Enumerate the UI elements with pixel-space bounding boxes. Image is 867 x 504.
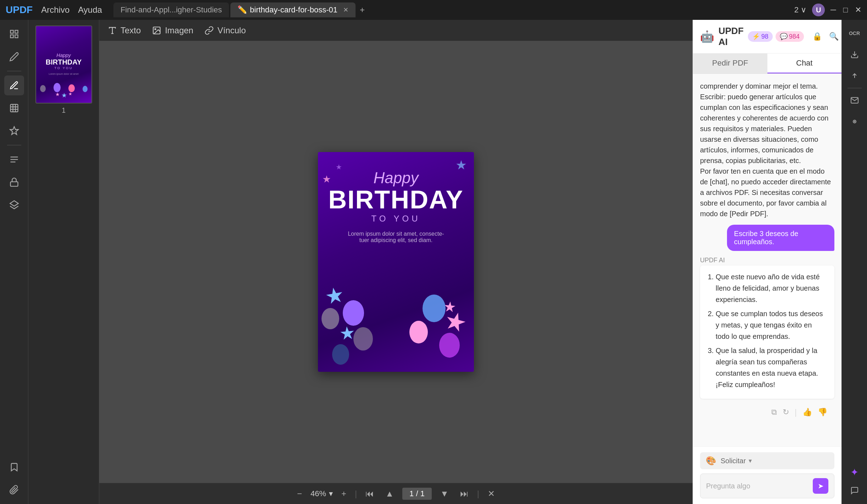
thumbs-up-button[interactable]: 👍: [802, 408, 812, 417]
svg-rect-4: [10, 105, 18, 112]
sidebar-icon-layers[interactable]: [4, 195, 24, 215]
pdf-page: ★ ★ ★ Happy BIRTHDAY TO YOU Lorem ipsum …: [318, 152, 474, 372]
current-page: 1: [409, 489, 414, 498]
chat-actions: ⧉ ↻ | 👍 👎: [700, 404, 834, 420]
ai-response: Que este nuevo año de vida esté lleno de…: [700, 265, 834, 399]
sidebar-icon-bookmark[interactable]: [4, 457, 24, 477]
close-button[interactable]: ✕: [855, 5, 861, 15]
link-tool-label: Vínculo: [217, 26, 246, 35]
pdf-to-you-text: TO YOU: [371, 214, 420, 224]
tab-close-icon[interactable]: ✕: [343, 6, 348, 14]
text-tool-label: Texto: [121, 26, 141, 35]
image-tool-label: Imagen: [165, 26, 193, 35]
minimize-button[interactable]: ─: [830, 5, 836, 15]
sidebar-icon-stamp[interactable]: [4, 121, 24, 141]
thumbnail-image[interactable]: Happy BIRTHDAY TO YOU Lorem ipsum dolor …: [35, 26, 92, 103]
svg-point-18: [155, 28, 156, 29]
tab-birthday-label: birthday-card-for-boss-01: [250, 5, 337, 15]
pdf-viewer[interactable]: ★ ★ ★ Happy BIRTHDAY TO YOU Lorem ipsum …: [99, 41, 693, 483]
input-selector-bar[interactable]: 🎨 Solicitar ▾: [700, 452, 834, 469]
chat-input-field[interactable]: Pregunta algo ➤: [700, 474, 834, 498]
title-bar: UPDF Archivo Ayuda Find-and-Appl...igher…: [0, 0, 867, 20]
fr-comment-icon[interactable]: [845, 481, 864, 500]
ai-search-icon[interactable]: 🔍: [829, 32, 839, 41]
ai-tabs: Pedir PDF Chat: [693, 54, 841, 74]
ai-title: UPDF AI: [718, 26, 744, 47]
ai-response-item-3: Que la salud, la prosperidad y la alegrí…: [716, 345, 827, 390]
last-page-button[interactable]: ⏭: [457, 487, 471, 500]
fr-export-icon[interactable]: [845, 67, 864, 85]
tab-birthday[interactable]: ✏️ birthday-card-for-boss-01 ✕: [230, 2, 356, 17]
ai-badge-purple: ⚡ 98: [748, 31, 773, 42]
sidebar-icon-table[interactable]: [4, 98, 24, 118]
fr-ocr-icon[interactable]: OCR: [845, 24, 864, 43]
zoom-dropdown-icon[interactable]: ▾: [329, 489, 333, 498]
pdf-lorem-text: Lorem ipsum dolor sit amet, consecte-tue…: [346, 231, 446, 243]
tab-chat[interactable]: Chat: [767, 54, 842, 73]
pdf-happy-text: Happy: [373, 169, 418, 187]
send-icon: ➤: [818, 482, 824, 490]
tab-pedir-pdf[interactable]: Pedir PDF: [693, 54, 767, 73]
sidebar-icon-form[interactable]: [4, 150, 24, 169]
total-pages: 1: [420, 489, 425, 498]
text-tool[interactable]: Texto: [108, 26, 141, 35]
svg-rect-0: [10, 30, 13, 33]
tab-birthday-icon: ✏️: [237, 5, 247, 15]
far-right-sidebar: OCR ✦: [841, 20, 867, 504]
close-bar-button[interactable]: ✕: [485, 487, 498, 500]
app-logo: UPDF: [6, 4, 33, 16]
tab-bar: Find-and-Appl...igher-Studies ✏️ birthda…: [113, 2, 365, 17]
sidebar-icon-attachment[interactable]: [4, 480, 24, 500]
zoom-out-button[interactable]: −: [294, 487, 305, 500]
ai-response-item-1: Que este nuevo año de vida esté lleno de…: [716, 271, 827, 305]
sidebar-icon-edit[interactable]: [4, 47, 24, 67]
sidebar-divider-2: [7, 145, 21, 145]
right-panel: 🤖 UPDF AI ⚡ 98 💬 984 🔒 🔍 Pedir PDF Chat: [693, 20, 841, 504]
first-page-button[interactable]: ⏮: [363, 487, 377, 500]
zoom-value: 46%: [311, 489, 326, 498]
tab-find[interactable]: Find-and-Appl...igher-Studies: [113, 2, 229, 17]
content-area: Texto Imagen Vínculo ★ ★ ★ Happy BIRTHDA…: [99, 20, 693, 504]
fr-camera-icon[interactable]: [845, 112, 864, 131]
zoom-in-button[interactable]: +: [339, 487, 349, 500]
selector-label: Solicitar: [721, 457, 746, 465]
menu-bar: Archivo Ayuda: [41, 5, 102, 15]
link-tool[interactable]: Vínculo: [205, 26, 246, 35]
fr-mail-icon[interactable]: [845, 91, 864, 110]
menu-archivo[interactable]: Archivo: [41, 5, 69, 15]
page-nav[interactable]: 2 ∨: [794, 5, 806, 15]
ai-header: 🤖 UPDF AI ⚡ 98 💬 984 🔒 🔍: [693, 20, 841, 54]
copy-action-button[interactable]: ⧉: [771, 408, 777, 417]
sidebar-icon-annotate[interactable]: [4, 75, 24, 95]
ai-response-label: UPDF AI: [700, 257, 834, 264]
avatar[interactable]: U: [812, 4, 825, 16]
regenerate-action-button[interactable]: ↻: [783, 408, 789, 417]
ai-lock-icon[interactable]: 🔒: [812, 32, 822, 41]
svg-point-22: [854, 121, 855, 122]
fr-ai-icon[interactable]: ✦: [845, 463, 864, 481]
sidebar-icon-view[interactable]: [4, 24, 24, 44]
ai-badges: ⚡ 98 💬 984: [748, 31, 804, 42]
input-selector[interactable]: Solicitar ▾: [721, 457, 752, 465]
ai-badge-pink-icon: 💬: [780, 33, 788, 40]
maximize-button[interactable]: □: [843, 5, 848, 15]
ai-badge-purple-value: 98: [761, 33, 768, 40]
chat-placeholder: Pregunta algo: [706, 482, 809, 490]
fr-convert-icon[interactable]: [845, 45, 864, 64]
image-tool[interactable]: Imagen: [152, 26, 193, 35]
prev-page-button[interactable]: ▲: [382, 487, 397, 500]
fr-bottom: ✦: [845, 463, 864, 500]
action-separator: |: [795, 407, 797, 417]
sidebar-icon-protect[interactable]: [4, 172, 24, 192]
svg-marker-9: [10, 127, 18, 134]
menu-ayuda[interactable]: Ayuda: [78, 5, 102, 15]
selector-arrow-icon: ▾: [749, 457, 752, 465]
chat-message-1: comprender y dominar mejor el tema. Escr…: [700, 81, 834, 219]
next-page-button[interactable]: ▼: [437, 487, 452, 500]
chat-area[interactable]: comprender y dominar mejor el tema. Escr…: [693, 74, 841, 446]
ai-badge-pink-value: 984: [789, 33, 800, 40]
thumbs-down-button[interactable]: 👎: [818, 408, 827, 417]
tab-add-button[interactable]: +: [360, 5, 365, 15]
send-button[interactable]: ➤: [813, 478, 828, 494]
thumbnail-label: 1: [62, 106, 66, 114]
